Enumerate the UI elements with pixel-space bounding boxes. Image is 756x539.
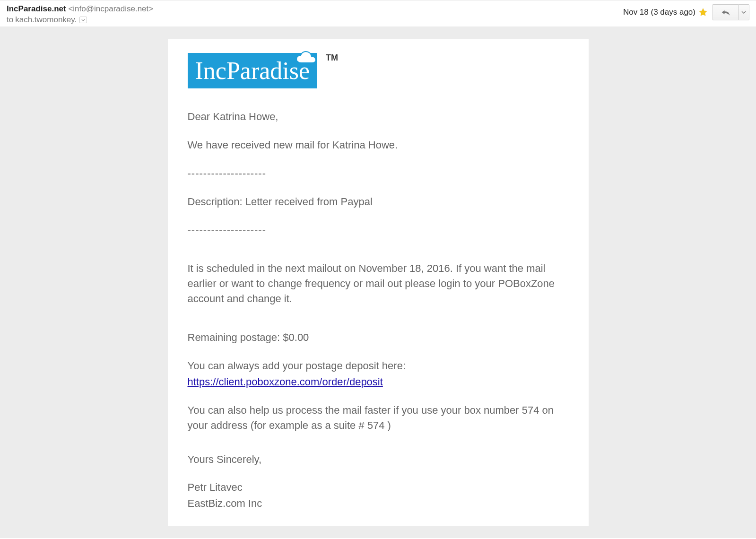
trademark-label: TM — [326, 53, 338, 63]
description-line: Description: Letter received from Paypal — [188, 194, 569, 209]
deposit-intro: You can always add your postage deposit … — [188, 358, 569, 374]
meta-block: Nov 18 (3 days ago) — [623, 4, 749, 20]
email-card: IncParadise TM Dear Katrina Howe, We hav… — [168, 39, 589, 526]
recipient-name: kach.twomonkey. — [15, 15, 77, 25]
signature-block: Yours Sincerely, Petr Litavec EastBiz.co… — [188, 452, 569, 512]
email-date: Nov 18 (3 days ago) — [623, 8, 695, 17]
to-label: to — [7, 15, 13, 25]
signature-name: Petr Litavec — [188, 480, 569, 495]
greeting: Dear Katrina Howe, — [188, 109, 569, 124]
box-tip: You can also help us process the mail fa… — [188, 403, 569, 433]
sender-name: IncParadise.net — [7, 4, 66, 13]
more-actions-button[interactable] — [738, 4, 749, 20]
reply-icon — [721, 9, 730, 16]
deposit-link[interactable]: https://client.poboxzone.com/order/depos… — [188, 376, 383, 388]
email-header-bar: IncParadise.net <info@incparadise.net> t… — [0, 0, 756, 26]
signature-company: EastBiz.com Inc — [188, 496, 569, 511]
logo-text: IncParadise — [195, 57, 310, 84]
email-body-text: Dear Katrina Howe, We have received new … — [188, 109, 569, 511]
sender-email: <info@incparadise.net> — [68, 4, 153, 13]
schedule-paragraph: It is scheduled in the next mailout on N… — [188, 261, 569, 306]
logo-row: IncParadise TM — [188, 53, 569, 88]
separator: -------------------- — [188, 223, 569, 238]
star-icon — [698, 8, 708, 17]
star-button[interactable] — [698, 8, 708, 17]
separator: -------------------- — [188, 166, 569, 181]
deposit-block: You can always add your postage deposit … — [188, 358, 569, 390]
cloud-icon — [295, 44, 318, 72]
postage-line: Remaining postage: $0.00 — [188, 330, 569, 345]
chevron-down-icon — [81, 19, 85, 21]
incparadise-logo: IncParadise — [188, 53, 318, 88]
intro-line: We have received new mail for Katrina Ho… — [188, 138, 569, 153]
recipient-details-button[interactable] — [79, 17, 87, 23]
email-body-area: IncParadise TM Dear Katrina Howe, We hav… — [0, 26, 756, 538]
sender-block: IncParadise.net <info@incparadise.net> t… — [7, 4, 153, 25]
recipient-line: to kach.twomonkey. — [7, 15, 153, 25]
chevron-down-icon — [741, 11, 746, 14]
signoff: Yours Sincerely, — [188, 452, 569, 467]
sender-line: IncParadise.net <info@incparadise.net> — [7, 4, 153, 14]
reply-button[interactable] — [713, 4, 738, 20]
